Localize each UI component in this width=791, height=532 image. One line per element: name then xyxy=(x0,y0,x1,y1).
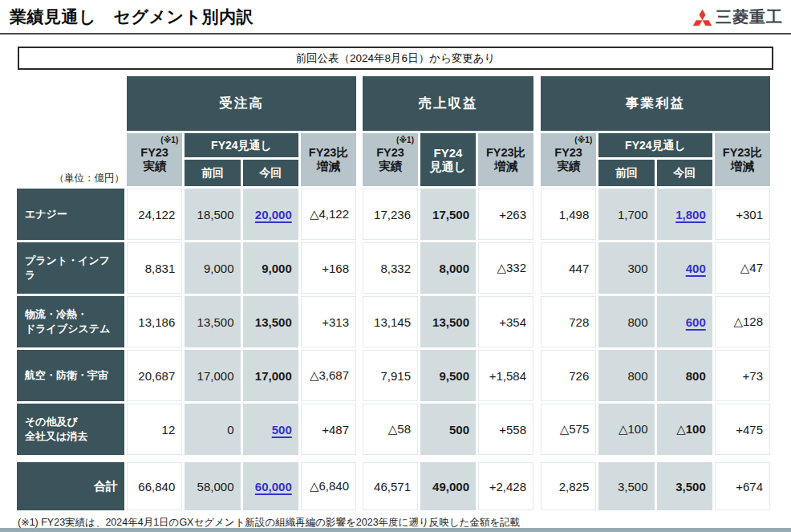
value-cell: 13,145 xyxy=(363,296,418,347)
footnote-marker: (※1) xyxy=(160,136,178,145)
value-cell: 8,332 xyxy=(363,242,418,294)
banner-text: 前回公表（2024年8月6日）から変更あり xyxy=(296,51,496,66)
value-cell: +313 xyxy=(301,296,356,347)
section-title-orders: 受注高 xyxy=(127,76,356,131)
value-cell: 726 xyxy=(541,350,596,401)
value-cell: 0 xyxy=(185,404,240,455)
value-cell: △58 xyxy=(363,404,418,455)
total-cell: +2,428 xyxy=(478,462,533,510)
value-cell: 24,122 xyxy=(127,189,182,240)
total-cell: 58,000 xyxy=(185,462,240,510)
unit-label-area: （単位：億円） xyxy=(17,76,124,189)
unit-label: （単位：億円） xyxy=(55,172,125,185)
value-cell: △128 xyxy=(715,296,770,347)
value-cell: 800 xyxy=(598,296,654,347)
value-cell: 9,000 xyxy=(243,242,298,294)
profit-fy24-forecast-header: FY24見通し xyxy=(598,133,712,157)
value-cell: +354 xyxy=(478,296,533,347)
value-cell: 20,687 xyxy=(127,350,182,401)
value-cell: 17,500 xyxy=(420,189,476,240)
page-title: 業績見通し セグメント別内訳 xyxy=(10,6,791,28)
fy23-label: FY23 xyxy=(140,146,168,160)
value-cell: 8,000 xyxy=(420,242,476,294)
value-cell: 13,500 xyxy=(185,296,240,347)
value-cell: 728 xyxy=(541,296,596,347)
section-orders: 受注高 (※1) FY23 実績 FY24見通し 前回 今回 FY23比 増減 … xyxy=(127,76,356,510)
row-labels: エナジー プラント・インフラ 物流・冷熱・ ドライブシステム 航空・防衛・宇宙 … xyxy=(17,189,124,510)
revenue-fy24-forecast-header: FY24 見通し xyxy=(420,133,476,186)
value-cell: +301 xyxy=(715,189,770,240)
value-cell: 1,498 xyxy=(541,189,596,240)
orders-fy24-forecast-header: FY24見通し xyxy=(185,133,298,157)
value-cell: △3,687 xyxy=(301,350,356,401)
value-cell: 300 xyxy=(598,242,654,294)
orders-diff-header: FY23比 増減 xyxy=(301,133,356,186)
revenue-subheader: (※1) FY23 実績 FY24 見通し FY23比 増減 xyxy=(363,133,533,186)
actual-label: 実績 xyxy=(557,160,580,173)
value-cell: 447 xyxy=(541,242,596,294)
row-label-total: 合計 xyxy=(17,462,124,510)
section-title-revenue: 売上収益 xyxy=(363,76,533,131)
footnote-marker: (※1) xyxy=(396,136,414,145)
total-cell: 49,000 xyxy=(420,462,476,510)
value-cell: 13,500 xyxy=(420,296,476,347)
value-cell: 12 xyxy=(127,404,182,455)
profit-previous-header: 前回 xyxy=(598,160,654,186)
value-cell: 20,000 xyxy=(243,189,298,240)
section-profit: 事業利益 (※1) FY23 実績 FY24見通し 前回 今回 FY23比 増減… xyxy=(541,76,770,510)
mitsubishi-mark-icon xyxy=(692,7,713,27)
value-cell: +487 xyxy=(301,404,356,455)
value-cell: △100 xyxy=(598,404,654,455)
value-cell: +558 xyxy=(478,404,533,455)
orders-data-rows: 24,122 18,500 20,000 △4,122 8,831 9,000 … xyxy=(127,189,356,510)
fy23-label: FY23 xyxy=(376,146,404,160)
orders-subheader: (※1) FY23 実績 FY24見通し 前回 今回 FY23比 増減 xyxy=(127,133,356,186)
value-cell: 18,500 xyxy=(185,189,240,240)
value-cell: 13,186 xyxy=(127,296,182,347)
orders-current-header: 今回 xyxy=(243,160,298,186)
value-cell: 500 xyxy=(420,404,476,455)
value-cell: +263 xyxy=(478,189,533,240)
value-cell: +475 xyxy=(715,404,770,455)
title-bar: 業績見通し セグメント別内訳 xyxy=(0,0,791,28)
profit-data-rows: 1,498 1,700 1,800 +301 447 300 400 △47 7… xyxy=(541,189,770,510)
value-cell: △575 xyxy=(541,404,596,455)
company-logo: 三菱重工 xyxy=(692,6,783,28)
row-label-column: （単位：億円） エナジー プラント・インフラ 物流・冷熱・ ドライブシステム 航… xyxy=(17,76,124,510)
company-name: 三菱重工 xyxy=(716,6,783,28)
total-cell: 46,571 xyxy=(363,462,418,510)
value-cell: △4,122 xyxy=(301,189,356,240)
row-label-energy: エナジー xyxy=(17,189,124,240)
total-cell: 60,000 xyxy=(243,462,298,510)
actual-label: 実績 xyxy=(379,160,402,173)
value-cell: +1,584 xyxy=(478,350,533,401)
value-cell: 13,500 xyxy=(243,296,298,347)
orders-previous-header: 前回 xyxy=(185,160,240,186)
value-cell: △100 xyxy=(657,404,712,455)
value-cell: △47 xyxy=(715,242,770,294)
value-cell: +73 xyxy=(715,350,770,401)
change-notice-banner: 前回公表（2024年8月6日）から変更あり xyxy=(18,47,773,70)
value-cell: 9,000 xyxy=(185,242,240,294)
value-cell: 7,915 xyxy=(363,350,418,401)
total-cell: 3,500 xyxy=(657,462,712,510)
title-divider xyxy=(0,33,791,35)
total-cell: 2,825 xyxy=(541,462,596,510)
value-cell: 17,000 xyxy=(185,350,240,401)
total-cell: 66,840 xyxy=(127,462,182,510)
profit-current-header: 今回 xyxy=(657,160,712,186)
profit-diff-header: FY23比 増減 xyxy=(715,133,770,186)
profit-subheader: (※1) FY23 実績 FY24見通し 前回 今回 FY23比 増減 xyxy=(541,133,770,186)
section-title-profit: 事業利益 xyxy=(541,76,770,131)
value-cell: △332 xyxy=(478,242,533,294)
row-label-aircraft-defense-space: 航空・防衛・宇宙 xyxy=(17,350,124,401)
value-cell: +168 xyxy=(301,242,356,294)
row-label-plants-infra: プラント・インフラ xyxy=(17,242,124,294)
total-cell: 3,500 xyxy=(598,462,654,510)
value-cell: 1,700 xyxy=(598,189,654,240)
revenue-data-rows: 17,236 17,500 +263 8,332 8,000 △332 13,1… xyxy=(363,189,533,510)
total-cell: △6,840 xyxy=(301,462,356,510)
value-cell: 17,000 xyxy=(243,350,298,401)
value-cell: 8,831 xyxy=(127,242,182,294)
footnote-marker: (※1) xyxy=(574,136,592,145)
